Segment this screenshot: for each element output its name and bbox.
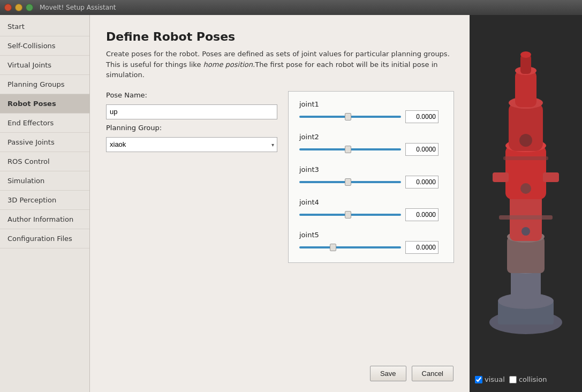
- svg-point-17: [521, 227, 530, 236]
- sidebar-item-self-collisions[interactable]: Self-Collisions: [0, 36, 89, 56]
- planning-group-wrapper: xiaok ▾: [106, 137, 277, 152]
- sidebar-item-start[interactable]: Start: [0, 17, 89, 36]
- sidebar-item-virtual-joints[interactable]: Virtual Joints: [0, 56, 89, 75]
- main-container: Start Self-Collisions Virtual Joints Pla…: [0, 15, 582, 392]
- joint-label: joint3: [299, 165, 443, 174]
- joint1-controls: [299, 110, 443, 123]
- joints-panel: joint1 joint2 joint3: [288, 91, 454, 263]
- cancel-button[interactable]: Cancel: [412, 366, 453, 381]
- joint3-value-input[interactable]: [405, 176, 439, 189]
- svg-rect-22: [499, 215, 553, 220]
- sidebar-item-passive-joints[interactable]: Passive Joints: [0, 133, 89, 152]
- joint-label: joint1: [299, 100, 443, 108]
- svg-point-16: [520, 51, 531, 58]
- bottom-buttons: Save Cancel: [106, 355, 453, 381]
- content-area: Define Robot Poses Create poses for the …: [90, 15, 470, 392]
- sidebar: Start Self-Collisions Virtual Joints Pla…: [0, 15, 90, 392]
- joint-row: joint5: [299, 231, 443, 254]
- desc-italic: home position.: [203, 61, 255, 69]
- maximize-button[interactable]: [26, 4, 33, 11]
- joint1-value-input[interactable]: [405, 110, 439, 123]
- joint5-value-input[interactable]: [405, 241, 439, 254]
- joint4-controls: [299, 208, 443, 221]
- joint4-value-input[interactable]: [405, 208, 439, 221]
- description: Create poses for the robot. Poses are de…: [106, 49, 453, 80]
- form-section: Pose Name: Planning Group: xiaok ▾ joint…: [106, 91, 453, 263]
- joint-label: joint5: [299, 231, 443, 239]
- pose-name-input[interactable]: [106, 104, 277, 119]
- joint5-slider[interactable]: [299, 244, 401, 251]
- robot-svg: [483, 39, 569, 349]
- titlebar: MoveIt! Setup Assistant: [0, 0, 582, 15]
- joint3-controls: [299, 176, 443, 189]
- joint-row: joint2: [299, 133, 443, 156]
- page-title: Define Robot Poses: [106, 30, 453, 43]
- visual-label: visual: [485, 375, 505, 383]
- pose-name-label: Pose Name:: [106, 91, 277, 99]
- minimize-button[interactable]: [15, 4, 22, 11]
- joint-row: joint1: [299, 100, 443, 123]
- joint-row: joint3: [299, 165, 443, 189]
- svg-point-19: [519, 134, 532, 147]
- collision-label: collision: [519, 375, 547, 383]
- joint-row: joint4: [299, 198, 443, 221]
- close-button[interactable]: [4, 4, 12, 11]
- sidebar-item-planning-groups[interactable]: Planning Groups: [0, 75, 89, 94]
- form-left: Pose Name: Planning Group: xiaok ▾: [106, 91, 277, 263]
- joint2-controls: [299, 143, 443, 156]
- svg-point-18: [520, 183, 531, 194]
- joint1-slider[interactable]: [299, 113, 401, 120]
- svg-rect-13: [515, 71, 536, 107]
- visual-checkbox[interactable]: [475, 376, 482, 383]
- sidebar-item-author-information[interactable]: Author Information: [0, 210, 89, 229]
- collision-checkbox-label[interactable]: collision: [509, 375, 547, 383]
- robot-3d-viewport: [470, 15, 582, 372]
- sidebar-item-3d-perception[interactable]: 3D Perception: [0, 191, 89, 210]
- sidebar-item-end-effectors[interactable]: End Effectors: [0, 114, 89, 133]
- save-button[interactable]: Save: [370, 366, 406, 381]
- robot-view: visual collision: [470, 15, 582, 392]
- view-controls: visual collision: [470, 372, 582, 387]
- joint-label: joint2: [299, 133, 443, 141]
- joint-label: joint4: [299, 198, 443, 206]
- joint2-slider[interactable]: [299, 146, 401, 153]
- planning-group-label: Planning Group:: [106, 124, 277, 132]
- planning-group-select[interactable]: xiaok: [106, 137, 277, 152]
- svg-rect-21: [543, 172, 559, 182]
- joint3-slider[interactable]: [299, 178, 401, 186]
- svg-rect-23: [503, 156, 548, 160]
- sidebar-item-configuration-files[interactable]: Configuration Files: [0, 229, 89, 248]
- sidebar-item-robot-poses[interactable]: Robot Poses: [0, 94, 89, 114]
- sidebar-item-ros-control[interactable]: ROS Control: [0, 152, 89, 171]
- sidebar-item-simulation[interactable]: Simulation: [0, 171, 89, 191]
- joint5-controls: [299, 241, 443, 254]
- svg-rect-20: [493, 172, 509, 182]
- joint4-slider[interactable]: [299, 211, 401, 218]
- joint2-value-input[interactable]: [405, 143, 439, 156]
- window-title: MoveIt! Setup Assistant: [40, 4, 116, 11]
- collision-checkbox[interactable]: [509, 376, 517, 383]
- svg-rect-3: [511, 269, 541, 304]
- visual-checkbox-label[interactable]: visual: [475, 375, 505, 383]
